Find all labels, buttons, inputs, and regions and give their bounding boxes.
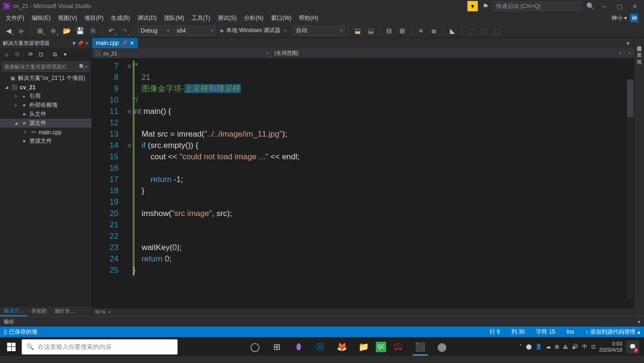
tb-icon-2[interactable]: ⬓	[365, 25, 376, 36]
app-icon-2[interactable]: 🕮	[389, 338, 408, 355]
zoom-select[interactable]: 99 %	[95, 310, 106, 315]
restore-button[interactable]: ▢	[613, 1, 626, 11]
nav-scope-select[interactable]: ⬛cv_21	[92, 48, 271, 58]
nav-split-button[interactable]	[624, 48, 634, 58]
pin-icon[interactable]: 📌	[77, 41, 83, 46]
tb-icon-8[interactable]: ⬚	[478, 25, 490, 36]
visualstudio-icon[interactable]: ⬛	[411, 338, 430, 355]
panel-tab-solution[interactable]: 解决方...	[0, 306, 27, 316]
save-button[interactable]: 💾	[74, 25, 85, 36]
tray-icon-1[interactable]: ⬤	[526, 344, 532, 350]
tree-ext[interactable]: ▷外部依赖项	[0, 101, 92, 110]
redo-button[interactable]: ↷	[119, 25, 130, 36]
user-badge[interactable]: 神	[630, 14, 638, 22]
tb-icon-5[interactable]: ≡	[415, 25, 426, 36]
menu-文件(F)[interactable]: 文件(F)	[2, 14, 28, 22]
edge-icon[interactable]: ⓔ	[311, 338, 330, 355]
pt-icon-3[interactable]: ⟳	[26, 50, 35, 59]
menu-团队(M)[interactable]: 团队(M)	[161, 14, 188, 22]
nav-member-select[interactable]: (全局范围)	[271, 48, 624, 58]
pt-icon-4[interactable]: ⊡	[36, 50, 46, 59]
tb-icon-7[interactable]: ⬚	[465, 25, 476, 36]
tb-icon-1[interactable]: ⬓	[352, 25, 363, 36]
tab-close-icon[interactable]: ✕	[130, 40, 134, 46]
fold-strip[interactable]: ⊟⊟⊟	[126, 59, 133, 308]
pt-icon-6[interactable]: ▾	[60, 50, 70, 59]
vtab-props[interactable]: 属性	[635, 53, 644, 59]
open-file-button[interactable]: 📂	[61, 25, 72, 36]
tree-project[interactable]: ◢⬛cv_21	[0, 83, 92, 92]
menu-窗口(W)[interactable]: 窗口(W)	[267, 14, 295, 22]
notification-icon[interactable]: ▾	[467, 1, 478, 11]
vtab-server[interactable]: 服务器资源管理器	[635, 40, 644, 45]
tray-chevron-icon[interactable]: ˄	[519, 344, 522, 350]
tray-network-icon[interactable]: 🖧	[563, 344, 568, 350]
bookmark-icon[interactable]: ◣	[447, 25, 458, 36]
tree-refs[interactable]: ▷▪引用	[0, 92, 92, 101]
user-label[interactable]: 神小 ▾	[611, 14, 627, 22]
tab-pin-icon[interactable]: 📌	[122, 41, 127, 45]
start-button[interactable]	[2, 338, 21, 355]
tray-keyboard-icon[interactable]: ⊡	[591, 344, 595, 350]
tree-solution[interactable]: ▣解决方案"cv_21"(1 个项目)	[0, 74, 92, 83]
new-project-button[interactable]: ⊞	[34, 25, 46, 36]
start-debug-button[interactable]: ▶本地 Windows 调试器▾	[218, 26, 291, 36]
undo-button[interactable]: ↶	[106, 25, 117, 36]
action-center-icon[interactable]: 💬	[626, 340, 639, 354]
tray-volume-icon[interactable]: 🔊	[572, 344, 578, 350]
panel-close-icon[interactable]: ✕	[85, 41, 89, 46]
config-select[interactable]: Debug	[137, 26, 171, 36]
menu-视图(V)[interactable]: 视图(V)	[54, 14, 81, 22]
nav-forward-button[interactable]: ▶	[16, 25, 27, 36]
quick-launch-input[interactable]: 快速启动 (Ctrl+Q)	[493, 1, 583, 11]
explorer-icon[interactable]: 📁	[354, 338, 373, 355]
menu-工具(T)[interactable]: 工具(T)	[188, 14, 214, 22]
panel-tab-class[interactable]: 类视图	[27, 306, 51, 316]
close-button[interactable]: ✕	[628, 1, 641, 11]
tray-icon-2[interactable]: 👤	[535, 344, 542, 350]
save-all-button[interactable]: ⎘	[87, 25, 99, 36]
tb-icon-4[interactable]: ⊞	[397, 25, 408, 36]
menu-帮助(H)[interactable]: 帮助(H)	[295, 14, 322, 22]
menu-调试(D)[interactable]: 调试(D)	[134, 14, 161, 22]
tree-maincpp[interactable]: ▷++main.cpp	[0, 128, 92, 137]
tree-headers[interactable]: 头文件	[0, 110, 92, 119]
code-editor[interactable]: 78910111213141516171819202122232425 ⊟⊟⊟ …	[92, 59, 634, 308]
solution-search-input[interactable]: 搜索解决方案资源管理器(C🔍▾	[2, 61, 90, 72]
add-item-button[interactable]: ⊕	[48, 25, 59, 36]
app-qc-icon[interactable]: QC	[376, 342, 386, 352]
menu-测试(S)[interactable]: 测试(S)	[214, 14, 240, 22]
status-scm[interactable]: ↑ 添加到源代码管理 ▴	[585, 328, 640, 336]
solution-tree[interactable]: ▣解决方案"cv_21"(1 个项目) ◢⬛cv_21 ▷▪引用 ▷外部依赖项 …	[0, 73, 92, 306]
panel-menu-icon[interactable]: ▾	[73, 40, 76, 46]
tray-ime[interactable]: 中	[582, 343, 587, 350]
pt-home-icon[interactable]: ⌂	[2, 50, 11, 59]
app-icon-1[interactable]: ⬮	[289, 338, 308, 355]
auto-select[interactable]: 自动	[293, 26, 345, 36]
minimap-scrollbar[interactable]	[627, 79, 634, 299]
tree-sources[interactable]: ◢源文件	[0, 119, 92, 128]
tb-icon-9[interactable]: ⬚	[491, 25, 503, 36]
output-panel-header[interactable]: 输出 ▾	[0, 316, 644, 327]
cortana-icon[interactable]: ◯	[246, 338, 264, 355]
menu-编辑(E)[interactable]: 编辑(E)	[28, 14, 54, 22]
nav-back-button[interactable]: ◀	[3, 25, 14, 36]
tray-icon-4[interactable]: ⊞	[555, 344, 559, 350]
tb-icon-3[interactable]: ⊟	[383, 25, 395, 36]
menu-项目(P)[interactable]: 项目(P)	[81, 14, 107, 22]
minimize-button[interactable]: ─	[598, 1, 611, 11]
tree-resources[interactable]: 资源文件	[0, 137, 92, 146]
doc-tab-maincpp[interactable]: main.cpp📌✕	[92, 38, 138, 48]
taskview-icon[interactable]: ⊞	[267, 338, 286, 355]
tray-icon-3[interactable]: ☁	[546, 344, 551, 350]
obs-icon[interactable]: ⬤	[432, 338, 451, 355]
panel-tab-props[interactable]: 属性管...	[51, 306, 78, 316]
menu-生成(B)[interactable]: 生成(B)	[107, 14, 134, 22]
vtab-toolbox[interactable]: 工具箱	[635, 46, 644, 52]
taskbar-clock[interactable]: 0:032020/4/18	[599, 341, 622, 353]
flag-icon[interactable]: ⚑	[480, 0, 491, 12]
pt-icon-5[interactable]: ⧉	[50, 50, 59, 59]
menu-分析(N)[interactable]: 分析(N)	[240, 14, 267, 22]
platform-select[interactable]: x64	[173, 26, 216, 36]
system-tray[interactable]: ˄ ⬤ 👤 ☁ ⊞ 🖧 🔊 中 ⊡ 0:032020/4/18 💬	[519, 340, 642, 354]
